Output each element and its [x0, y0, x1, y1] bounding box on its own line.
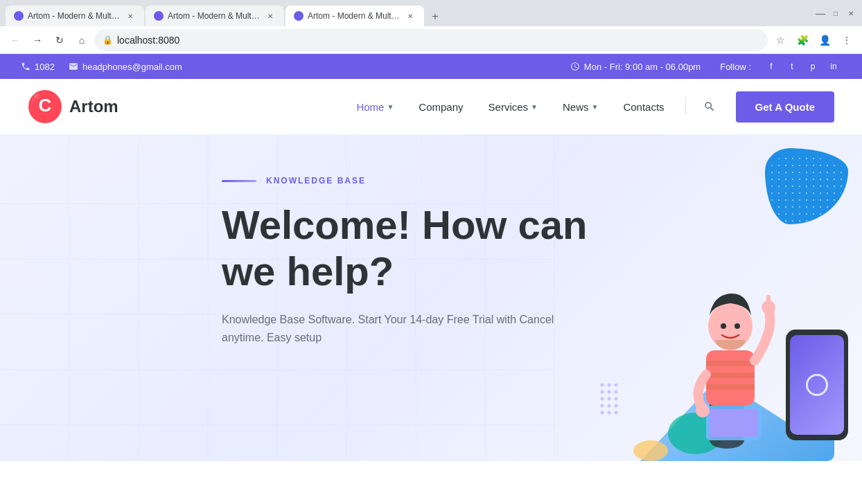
hero-section: KNOWLEDGE BASE Welcome! How can we help?…: [0, 134, 862, 461]
tab-close-2[interactable]: ✕: [265, 10, 276, 21]
nav-news[interactable]: News ▼: [553, 96, 608, 118]
hero-content: KNOWLEDGE BASE Welcome! How can we help?…: [222, 176, 637, 347]
tab-title-3: Artom - Modern & Multipur...: [308, 11, 401, 21]
nav-company[interactable]: Company: [409, 96, 473, 118]
security-icon: 🔒: [103, 35, 113, 45]
tab-favicon-3: [294, 11, 304, 21]
nav-divider: [685, 98, 686, 115]
tab-close-3[interactable]: ✕: [405, 10, 416, 21]
quote-button[interactable]: Get A Quote: [736, 91, 834, 123]
main-nav: Home ▼ Company Services ▼ News ▼ Contact…: [346, 91, 834, 123]
svg-point-30: [601, 411, 604, 415]
news-caret: ▼: [592, 103, 599, 111]
forward-button[interactable]: →: [28, 30, 47, 50]
browser-tab-3[interactable]: Artom - Modern & Multipur... ✕: [285, 6, 424, 26]
search-button[interactable]: [697, 94, 722, 119]
blob-blue-dots: [768, 155, 845, 224]
top-bar-right: Mon - Fri: 9:00 am - 06.00pm Follow : f …: [570, 59, 841, 74]
svg-point-24: [601, 397, 604, 401]
tab-title-2: Artom - Modern & Multipur...: [168, 11, 261, 21]
back-button[interactable]: ←: [6, 30, 25, 50]
browser-tabs: Artom - Modern & Multipur... ✕ Artom - M…: [6, 0, 809, 26]
svg-text:C: C: [39, 95, 52, 116]
browser-tab-1[interactable]: Artom - Modern & Multipur... ✕: [6, 6, 144, 26]
menu-button[interactable]: ⋮: [837, 30, 856, 50]
browser-chrome: Artom - Modern & Multipur... ✕ Artom - M…: [0, 0, 862, 54]
hero-title: Welcome! How can we help?: [222, 202, 637, 294]
address-bar[interactable]: 🔒 localhost:8080: [94, 29, 768, 51]
close-button[interactable]: ✕: [845, 8, 856, 19]
minimize-button[interactable]: —: [815, 8, 826, 19]
svg-point-45: [721, 323, 726, 329]
svg-rect-42: [766, 295, 771, 307]
bookmark-button[interactable]: ☆: [771, 30, 790, 50]
email-address: headphones@gmail.com: [82, 62, 182, 72]
site-header: C Artom Home ▼ Company Services ▼ News ▼: [0, 79, 862, 134]
pinterest-icon[interactable]: p: [805, 59, 820, 74]
svg-point-32: [615, 411, 618, 415]
svg-point-28: [608, 404, 611, 408]
blob-yellow: [633, 440, 668, 461]
search-icon: [703, 100, 716, 113]
email-item: headphones@gmail.com: [69, 62, 182, 72]
home-button[interactable]: ⌂: [72, 30, 91, 50]
site-logo[interactable]: C Artom: [28, 89, 118, 124]
tab-favicon-2: [154, 11, 164, 21]
nav-contacts[interactable]: Contacts: [613, 96, 674, 118]
logo-text: Artom: [69, 97, 118, 116]
svg-rect-36: [710, 409, 758, 437]
browser-titlebar: Artom - Modern & Multipur... ✕ Artom - M…: [0, 0, 862, 26]
home-caret: ▼: [387, 103, 394, 111]
tab-close-1[interactable]: ✕: [125, 10, 136, 21]
phone-number: 1082: [35, 62, 55, 72]
svg-point-3: [32, 99, 35, 102]
toolbar-right: ☆ 🧩 👤 ⋮: [771, 30, 856, 50]
twitter-icon[interactable]: t: [784, 59, 800, 74]
services-caret: ▼: [531, 103, 538, 111]
browser-tab-2[interactable]: Artom - Modern & Multipur... ✕: [146, 6, 284, 26]
top-bar-left: 1082 headphones@gmail.com: [21, 62, 182, 72]
svg-point-43: [696, 404, 710, 417]
svg-point-27: [601, 404, 604, 408]
svg-point-18: [601, 384, 604, 387]
social-icons: f t p in: [764, 59, 841, 74]
facebook-icon[interactable]: f: [764, 59, 779, 74]
svg-point-22: [608, 390, 611, 394]
clock-icon: [570, 62, 580, 71]
email-icon: [69, 62, 78, 71]
browser-toolbar: ← → ↻ ⌂ 🔒 localhost:8080 ☆ 🧩 👤 ⋮: [0, 26, 862, 54]
phone-item: 1082: [21, 62, 55, 72]
top-bar: 1082 headphones@gmail.com Mon - Fri: 9:0…: [0, 54, 862, 79]
window-controls: — □ ✕: [815, 8, 856, 19]
hero-label: KNOWLEDGE BASE: [222, 176, 637, 186]
svg-point-4: [37, 93, 39, 96]
svg-point-25: [608, 397, 611, 401]
address-text: localhost:8080: [117, 35, 759, 46]
svg-point-46: [735, 323, 740, 329]
svg-point-23: [615, 390, 618, 394]
linkedin-icon[interactable]: in: [826, 59, 841, 74]
reload-button[interactable]: ↻: [50, 30, 69, 50]
svg-point-21: [601, 390, 604, 394]
svg-point-19: [608, 384, 611, 387]
nav-services[interactable]: Services ▼: [479, 96, 547, 118]
phone-icon: [21, 62, 30, 71]
hours-item: Mon - Fri: 9:00 am - 06.00pm: [570, 62, 701, 72]
extensions-button[interactable]: 🧩: [793, 30, 812, 50]
svg-point-29: [615, 404, 618, 408]
profile-button[interactable]: 👤: [815, 30, 834, 50]
tab-title-1: Artom - Modern & Multipur...: [28, 11, 121, 21]
logo-icon: C: [28, 89, 62, 124]
new-tab-button[interactable]: +: [425, 7, 445, 26]
website-content: 1082 headphones@gmail.com Mon - Fri: 9:0…: [0, 54, 862, 461]
svg-rect-38: [706, 361, 755, 366]
nav-home[interactable]: Home ▼: [346, 96, 403, 118]
follow-label: Follow :: [720, 62, 751, 72]
svg-point-20: [615, 384, 618, 387]
svg-rect-40: [706, 384, 755, 390]
hero-label-line: [222, 180, 256, 182]
hero-subtitle: Knowledge Base Software. Start Your 14-d…: [222, 311, 554, 346]
svg-point-31: [608, 411, 611, 415]
business-hours: Mon - Fri: 9:00 am - 06.00pm: [584, 62, 701, 72]
maximize-button[interactable]: □: [830, 8, 841, 19]
